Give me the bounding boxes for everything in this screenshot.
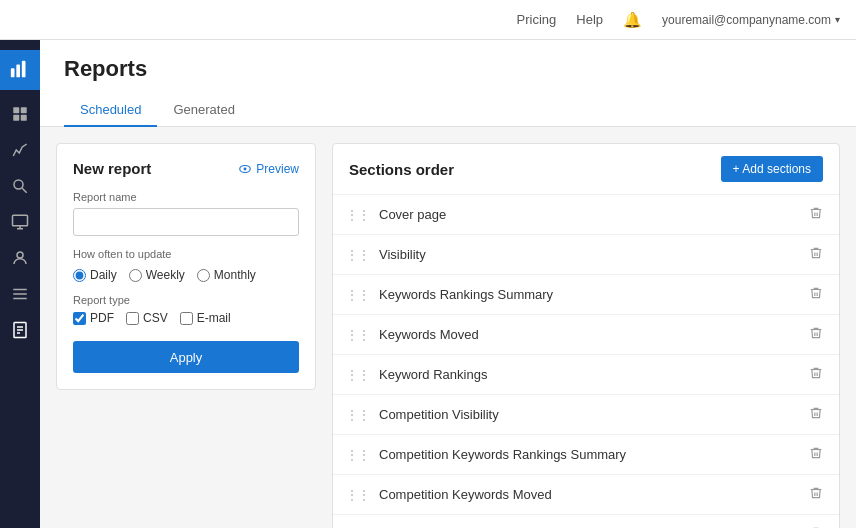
- main-layout: Reports Scheduled Generated New report P…: [0, 40, 856, 528]
- logo-icon: [9, 59, 31, 81]
- section-name: Keywords Rankings Summary: [379, 287, 805, 302]
- delete-section-button[interactable]: [805, 404, 827, 425]
- sidebar-item-analytics[interactable]: [2, 136, 38, 168]
- type-email[interactable]: E-mail: [180, 311, 231, 325]
- report-type-label: Report type: [73, 294, 299, 306]
- section-name: Cover page: [379, 207, 805, 222]
- svg-rect-1: [16, 65, 20, 78]
- tab-generated[interactable]: Generated: [157, 94, 250, 127]
- tabs: Scheduled Generated: [64, 94, 832, 126]
- frequency-weekly[interactable]: Weekly: [129, 268, 185, 282]
- sidebar: [0, 40, 40, 528]
- sidebar-item-reports[interactable]: [2, 316, 38, 348]
- section-row: ⋮⋮ Visibility: [333, 235, 839, 275]
- section-name: Competition Visibility: [379, 407, 805, 422]
- trash-icon: [809, 366, 823, 380]
- dashboard-icon: [11, 105, 29, 127]
- delete-section-button[interactable]: [805, 524, 827, 528]
- reports-icon: [11, 321, 29, 343]
- drag-handle-icon[interactable]: ⋮⋮: [345, 407, 369, 423]
- svg-rect-2: [22, 61, 26, 78]
- user-icon: [11, 249, 29, 271]
- trash-icon: [809, 406, 823, 420]
- trash-icon: [809, 286, 823, 300]
- notification-bell-icon[interactable]: 🔔: [623, 11, 642, 29]
- new-report-header: New report Preview: [73, 160, 299, 177]
- svg-rect-9: [13, 215, 28, 226]
- help-link[interactable]: Help: [576, 12, 603, 27]
- section-row: ⋮⋮ Keywords Rankings Summary: [333, 275, 839, 315]
- section-row: ⋮⋮ Competition Keywords Rankings Summary: [333, 435, 839, 475]
- sections-panel: Sections order + Add sections ⋮⋮ Cover p…: [332, 143, 840, 528]
- pricing-link[interactable]: Pricing: [517, 12, 557, 27]
- svg-point-7: [14, 180, 23, 189]
- sections-list: ⋮⋮ Cover page ⋮⋮ Visibility ⋮⋮ Keywords …: [333, 195, 839, 528]
- drag-handle-icon[interactable]: ⋮⋮: [345, 207, 369, 223]
- frequency-monthly[interactable]: Monthly: [197, 268, 256, 282]
- delete-section-button[interactable]: [805, 284, 827, 305]
- new-report-title: New report: [73, 160, 151, 177]
- sidebar-item-monitor[interactable]: [2, 208, 38, 240]
- trash-icon: [809, 246, 823, 260]
- preview-link[interactable]: Preview: [238, 162, 299, 176]
- drag-handle-icon[interactable]: ⋮⋮: [345, 367, 369, 383]
- monitor-icon: [11, 213, 29, 235]
- top-nav: Pricing Help 🔔 youremail@companyname.com: [0, 0, 856, 40]
- type-pdf[interactable]: PDF: [73, 311, 114, 325]
- sidebar-item-user[interactable]: [2, 244, 38, 276]
- list-icon: [11, 285, 29, 307]
- trash-icon: [809, 446, 823, 460]
- svg-rect-3: [13, 107, 19, 113]
- section-row: ⋮⋮ Competition Keywords Moved: [333, 475, 839, 515]
- eye-icon: [238, 162, 252, 176]
- sidebar-item-dashboard[interactable]: [2, 100, 38, 132]
- new-report-panel: New report Preview Report name How often…: [56, 143, 316, 390]
- section-name: Visibility: [379, 247, 805, 262]
- sidebar-item-list[interactable]: [2, 280, 38, 312]
- add-sections-button[interactable]: + Add sections: [721, 156, 823, 182]
- report-type-checkbox-group: PDF CSV E-mail: [73, 311, 299, 325]
- page-title: Reports: [64, 56, 832, 82]
- trash-icon: [809, 206, 823, 220]
- panels: New report Preview Report name How often…: [40, 127, 856, 528]
- drag-handle-icon[interactable]: ⋮⋮: [345, 287, 369, 303]
- svg-rect-5: [13, 115, 19, 121]
- report-name-input[interactable]: [73, 208, 299, 236]
- analytics-icon: [11, 141, 29, 163]
- section-name: Competition Keywords Moved: [379, 487, 805, 502]
- drag-handle-icon[interactable]: ⋮⋮: [345, 487, 369, 503]
- tab-scheduled[interactable]: Scheduled: [64, 94, 157, 127]
- delete-section-button[interactable]: [805, 364, 827, 385]
- section-row: ⋮⋮ Competition Keywords Rankings: [333, 515, 839, 528]
- apply-button[interactable]: Apply: [73, 341, 299, 373]
- svg-point-12: [17, 252, 23, 258]
- frequency-radio-group: Daily Weekly Monthly: [73, 268, 299, 282]
- svg-rect-4: [21, 107, 27, 113]
- delete-section-button[interactable]: [805, 444, 827, 465]
- sidebar-item-search[interactable]: [2, 172, 38, 204]
- drag-handle-icon[interactable]: ⋮⋮: [345, 447, 369, 463]
- user-menu[interactable]: youremail@companyname.com: [662, 13, 840, 27]
- section-row: ⋮⋮ Keyword Rankings: [333, 355, 839, 395]
- drag-handle-icon[interactable]: ⋮⋮: [345, 247, 369, 263]
- frequency-daily[interactable]: Daily: [73, 268, 117, 282]
- svg-line-8: [22, 188, 27, 193]
- svg-rect-6: [21, 115, 27, 121]
- delete-section-button[interactable]: [805, 204, 827, 225]
- sections-title: Sections order: [349, 161, 454, 178]
- svg-point-21: [244, 167, 247, 170]
- section-row: ⋮⋮ Competition Visibility: [333, 395, 839, 435]
- delete-section-button[interactable]: [805, 244, 827, 265]
- section-name: Competition Keywords Rankings Summary: [379, 447, 805, 462]
- update-frequency-label: How often to update: [73, 248, 299, 260]
- search-icon: [11, 177, 29, 199]
- type-csv[interactable]: CSV: [126, 311, 168, 325]
- trash-icon: [809, 486, 823, 500]
- sections-header: Sections order + Add sections: [333, 144, 839, 195]
- delete-section-button[interactable]: [805, 324, 827, 345]
- section-name: Keywords Moved: [379, 327, 805, 342]
- drag-handle-icon[interactable]: ⋮⋮: [345, 327, 369, 343]
- section-row: ⋮⋮ Cover page: [333, 195, 839, 235]
- delete-section-button[interactable]: [805, 484, 827, 505]
- content-area: Reports Scheduled Generated New report P…: [40, 40, 856, 528]
